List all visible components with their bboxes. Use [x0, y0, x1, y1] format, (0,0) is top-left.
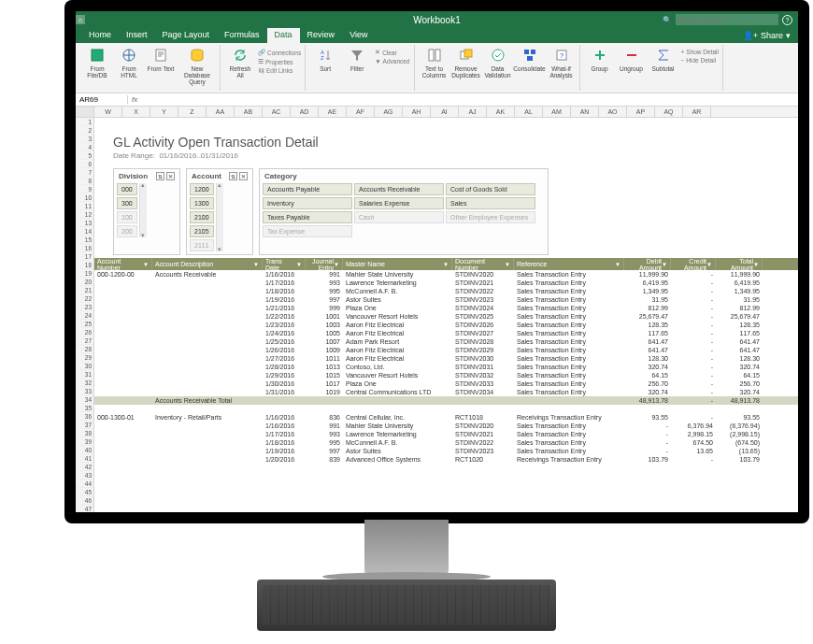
filter-dropdown-icon[interactable]: ▼: [143, 262, 149, 267]
column-master-name[interactable]: Master Name▼: [343, 258, 452, 270]
row-header[interactable]: 4: [76, 143, 93, 151]
tab-page-layout[interactable]: Page Layout: [155, 28, 218, 43]
name-box[interactable]: AR69: [76, 95, 128, 104]
slicer-item[interactable]: Accounts Payable: [263, 183, 352, 195]
column-header[interactable]: AJ: [459, 107, 487, 117]
tab-review[interactable]: Review: [300, 28, 343, 43]
table-row[interactable]: 1/23/20161003Aaron Fitz ElectricalSTDINV…: [94, 321, 798, 329]
tab-home[interactable]: Home: [81, 28, 119, 43]
table-row[interactable]: 1/18/2016995McConnell A.F. B.STDINV2022S…: [94, 438, 798, 447]
row-header[interactable]: 44: [76, 479, 93, 488]
row-header[interactable]: 41: [76, 454, 93, 463]
table-row[interactable]: 1/29/20161015Vancouver Resort HotelsSTDI…: [94, 371, 798, 379]
row-header[interactable]: 33: [76, 387, 93, 395]
filter-dropdown-icon[interactable]: ▼: [443, 262, 449, 267]
row-header[interactable]: 9: [76, 185, 93, 193]
column-header[interactable]: AN: [571, 107, 599, 117]
filter-dropdown-icon[interactable]: ▼: [253, 262, 259, 267]
slicer-item[interactable]: 2105: [190, 225, 214, 237]
clear-button[interactable]: ✕Clear: [375, 49, 409, 56]
from-html-button[interactable]: From HTML: [115, 45, 143, 90]
filter-dropdown-icon[interactable]: ▼: [706, 262, 712, 267]
column-header[interactable]: AB: [235, 107, 263, 117]
row-header[interactable]: 47: [76, 505, 93, 512]
row-header[interactable]: 30: [76, 362, 93, 370]
sort-button[interactable]: AZSort: [311, 45, 339, 90]
row-header[interactable]: 29: [76, 353, 93, 362]
column-header[interactable]: AL: [515, 107, 543, 117]
connections-button[interactable]: 🔗Connections: [258, 49, 301, 56]
table-row[interactable]: 1/18/2016995McConnell A.F. B.STDINV2022S…: [94, 287, 798, 295]
row-header[interactable]: 25: [76, 320, 93, 328]
table-row[interactable]: 1/31/20161019Central Communications LTDS…: [94, 388, 798, 396]
tab-view[interactable]: View: [342, 28, 375, 43]
slicer-item[interactable]: Tax Expense: [263, 225, 352, 237]
column-header[interactable]: AG: [375, 107, 403, 117]
row-header[interactable]: 43: [76, 471, 93, 479]
row-header[interactable]: 26: [76, 328, 93, 336]
slicer-item[interactable]: 1300: [190, 197, 214, 209]
table-row[interactable]: 1/30/20161017Plaza OneSTDINV2033Sales Tr…: [94, 379, 798, 388]
row-header[interactable]: 18: [76, 261, 93, 269]
filter-dropdown-icon[interactable]: ▼: [753, 262, 759, 267]
row-header[interactable]: 24: [76, 311, 93, 320]
column-document-number[interactable]: Document Number▼: [452, 258, 514, 270]
row-header[interactable]: 21: [76, 286, 93, 294]
filter-dropdown-icon[interactable]: ▼: [615, 262, 620, 267]
slicer-item[interactable]: Inventory: [263, 197, 352, 209]
column-header[interactable]: W: [94, 107, 122, 117]
from-filedb-button[interactable]: From File/DB: [83, 45, 111, 90]
app-icon[interactable]: ⌂: [76, 15, 93, 24]
slicer-item[interactable]: Other Employee Expenses: [446, 211, 535, 223]
filter-dropdown-icon[interactable]: ▼: [334, 262, 339, 267]
row-header[interactable]: 40: [76, 446, 93, 454]
row-header[interactable]: 12: [76, 210, 93, 219]
row-header[interactable]: 8: [76, 177, 93, 185]
row-header[interactable]: 31: [76, 370, 93, 379]
column-header[interactable]: AK: [487, 107, 515, 117]
row-header[interactable]: 15: [76, 236, 93, 244]
column-debit-amount[interactable]: Debit Amount▼: [624, 258, 671, 270]
slicer-item[interactable]: Taxes Payable: [263, 211, 352, 223]
row-header[interactable]: 36: [76, 412, 93, 421]
table-row[interactable]: 1/24/20161005Aaron Fitz ElectricalSTDINV…: [94, 329, 798, 337]
data-validation-button[interactable]: Data Validation: [484, 45, 512, 90]
column-header[interactable]: AQ: [655, 107, 683, 117]
row-header[interactable]: 45: [76, 488, 93, 496]
column-header[interactable]: AM: [543, 107, 571, 117]
table-row[interactable]: 1/16/2016991Mahler State UniversitySTDIN…: [94, 422, 798, 430]
select-all-corner[interactable]: [76, 107, 94, 117]
slicer-scrollbar[interactable]: [216, 183, 223, 251]
tab-formulas[interactable]: Formulas: [217, 28, 267, 43]
row-header[interactable]: 10: [76, 193, 93, 202]
column-header[interactable]: X: [122, 107, 150, 117]
table-row[interactable]: 1/22/20161001Vancouver Resort HotelsSTDI…: [94, 312, 798, 321]
column-account-description[interactable]: Account Description▼: [152, 258, 263, 270]
table-row[interactable]: 1/17/2016993Lawrence TelemarketingSTDINV…: [94, 430, 798, 438]
tab-data[interactable]: Data: [267, 28, 300, 43]
row-header[interactable]: 42: [76, 463, 93, 471]
column-total-amount[interactable]: Total Amount▼: [716, 258, 763, 270]
edit-links-button[interactable]: ⛓Edit Links: [258, 67, 301, 74]
column-header[interactable]: AE: [319, 107, 347, 117]
column-reference[interactable]: Reference▼: [514, 258, 624, 270]
hide-detail-button[interactable]: −Hide Detail: [681, 57, 719, 64]
row-header[interactable]: 28: [76, 345, 93, 353]
column-header[interactable]: AC: [263, 107, 291, 117]
table-row[interactable]: Accounts Receivable Total48,913.78-48,91…: [94, 396, 798, 405]
table-row[interactable]: 1/19/2016997Astor SuitesSTDINV2023Sales …: [94, 447, 798, 455]
row-header[interactable]: 6: [76, 160, 93, 168]
slicer-item[interactable]: Cash: [354, 211, 444, 223]
filter-dropdown-icon[interactable]: ▼: [296, 262, 302, 267]
row-header[interactable]: 11: [76, 202, 93, 210]
table-row[interactable]: [94, 405, 798, 413]
advanced-button[interactable]: ▼Advanced: [375, 58, 409, 64]
row-header[interactable]: 16: [76, 244, 93, 252]
slicer-item[interactable]: Sales: [446, 197, 535, 209]
row-header[interactable]: 22: [76, 294, 93, 303]
row-header[interactable]: 19: [76, 269, 93, 278]
search-input[interactable]: [676, 14, 778, 25]
filter-button[interactable]: Filter: [343, 45, 371, 90]
slicer-item[interactable]: Accounts Receivable: [354, 183, 444, 195]
slicer-scrollbar[interactable]: [139, 183, 147, 237]
